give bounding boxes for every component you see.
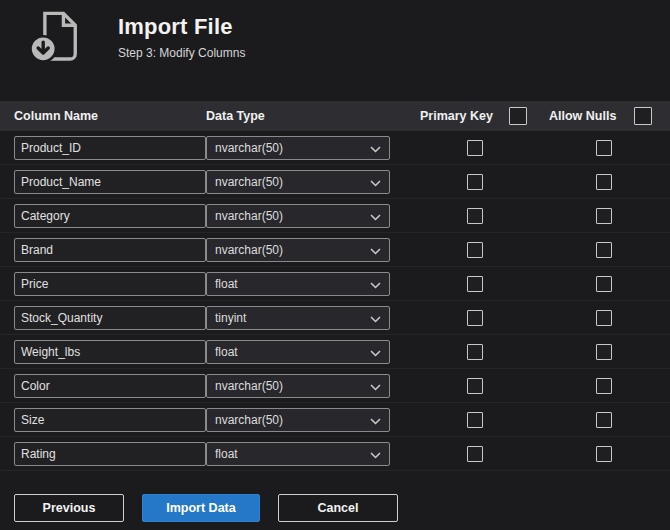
column-name-input[interactable] [14,136,206,160]
primary-key-checkbox[interactable] [467,310,483,326]
allow-nulls-checkbox[interactable] [596,344,612,360]
data-type-value: float [215,447,238,461]
data-type-value: nvarchar(50) [215,175,283,189]
table-row: nvarchar(50) [0,403,670,437]
allow-nulls-select-all-checkbox[interactable] [634,107,652,125]
allow-nulls-checkbox[interactable] [596,140,612,156]
chevron-down-icon [370,343,381,361]
table-row: float [0,335,670,369]
primary-key-checkbox[interactable] [467,208,483,224]
allow-nulls-checkbox[interactable] [596,446,612,462]
table-row: nvarchar(50) [0,233,670,267]
primary-key-header: Primary Key [420,109,493,123]
data-type-dropdown[interactable]: float [206,272,390,296]
table-header: Column Name Data Type Primary Key Allow … [0,101,670,131]
column-name-input[interactable] [14,170,206,194]
column-name-input[interactable] [14,408,206,432]
column-name-input[interactable] [14,340,206,364]
data-type-dropdown[interactable]: nvarchar(50) [206,204,390,228]
data-type-value: nvarchar(50) [215,413,283,427]
allow-nulls-checkbox[interactable] [596,276,612,292]
chevron-down-icon [370,445,381,463]
import-data-button[interactable]: Import Data [142,494,260,522]
data-type-value: nvarchar(50) [215,243,283,257]
primary-key-checkbox[interactable] [467,140,483,156]
allow-nulls-checkbox[interactable] [596,208,612,224]
data-type-value: tinyint [215,311,246,325]
data-type-value: float [215,345,238,359]
chevron-down-icon [370,207,381,225]
data-type-dropdown[interactable]: nvarchar(50) [206,136,390,160]
data-type-value: float [215,277,238,291]
allow-nulls-checkbox[interactable] [596,174,612,190]
column-name-input[interactable] [14,272,206,296]
dialog-header: Import File Step 3: Modify Columns [28,8,245,66]
column-name-input[interactable] [14,306,206,330]
header-text: Import File Step 3: Modify Columns [118,8,245,60]
import-file-dialog: Import File Step 3: Modify Columns Colum… [0,0,670,530]
table-row: nvarchar(50) [0,369,670,403]
data-type-dropdown[interactable]: nvarchar(50) [206,374,390,398]
previous-button[interactable]: Previous [14,494,124,522]
column-name-header: Column Name [0,109,206,123]
table-row: nvarchar(50) [0,131,670,165]
primary-key-checkbox[interactable] [467,276,483,292]
data-type-header: Data Type [206,109,402,123]
table-row: float [0,437,670,471]
allow-nulls-checkbox[interactable] [596,242,612,258]
import-file-icon [28,8,82,66]
step-subtitle: Step 3: Modify Columns [118,46,245,60]
chevron-down-icon [370,275,381,293]
table-row: nvarchar(50) [0,165,670,199]
primary-key-checkbox[interactable] [467,242,483,258]
allow-nulls-header: Allow Nulls [549,109,616,123]
allow-nulls-checkbox[interactable] [596,310,612,326]
data-type-value: nvarchar(50) [215,209,283,223]
data-type-value: nvarchar(50) [215,379,283,393]
table-body: nvarchar(50) nvarchar(50) [0,131,670,471]
column-name-input[interactable] [14,442,206,466]
primary-key-select-all-checkbox[interactable] [509,107,527,125]
column-name-input[interactable] [14,238,206,262]
primary-key-checkbox[interactable] [467,378,483,394]
data-type-dropdown[interactable]: float [206,442,390,466]
data-type-dropdown[interactable]: nvarchar(50) [206,238,390,262]
primary-key-checkbox[interactable] [467,344,483,360]
cancel-button[interactable]: Cancel [278,494,398,522]
column-name-input[interactable] [14,374,206,398]
chevron-down-icon [370,309,381,327]
allow-nulls-checkbox[interactable] [596,412,612,428]
primary-key-checkbox[interactable] [467,174,483,190]
chevron-down-icon [370,139,381,157]
chevron-down-icon [370,241,381,259]
table-row: float [0,267,670,301]
table-row: tinyint [0,301,670,335]
footer-actions: Previous Import Data Cancel [14,494,398,522]
primary-key-checkbox[interactable] [467,446,483,462]
chevron-down-icon [370,411,381,429]
data-type-dropdown[interactable]: nvarchar(50) [206,170,390,194]
column-name-input[interactable] [14,204,206,228]
page-title: Import File [118,14,245,40]
data-type-dropdown[interactable]: nvarchar(50) [206,408,390,432]
data-type-value: nvarchar(50) [215,141,283,155]
chevron-down-icon [370,377,381,395]
table-row: nvarchar(50) [0,199,670,233]
data-type-dropdown[interactable]: float [206,340,390,364]
chevron-down-icon [370,173,381,191]
primary-key-checkbox[interactable] [467,412,483,428]
allow-nulls-checkbox[interactable] [596,378,612,394]
data-type-dropdown[interactable]: tinyint [206,306,390,330]
